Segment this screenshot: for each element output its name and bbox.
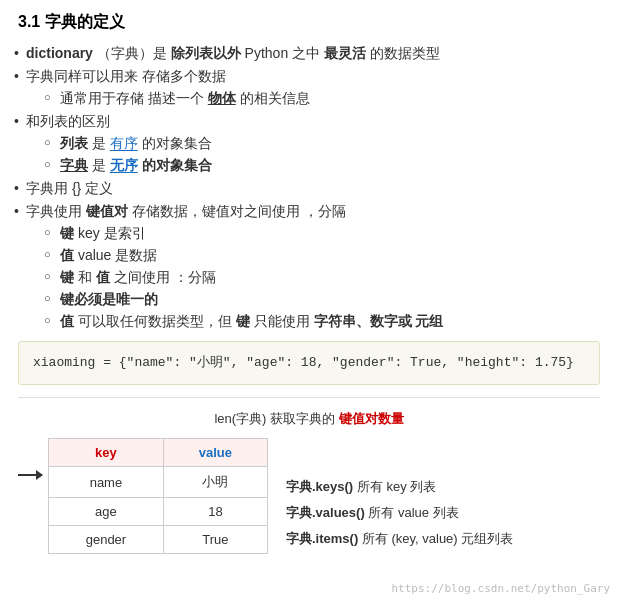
col-key: key <box>49 439 164 467</box>
sub-item-5-1: 键 key 是索引 <box>46 225 600 243</box>
len-section: len(字典) 获取字典的 键值对数量 key value n <box>18 410 600 554</box>
sub-item-5-2: 值 value 是数据 <box>46 247 600 265</box>
cell-age-key: age <box>49 498 164 526</box>
sub-list-2: 通常用于存储 描述一个 物体 的相关信息 <box>46 90 600 108</box>
table-row: name 小明 <box>49 467 268 498</box>
method-items: 字典.items() 所有 (key, value) 元组列表 <box>286 526 513 552</box>
sub-list-5: 键 key 是索引 值 value 是数据 键 和 值 之间使用 ：分隔 键必须… <box>46 225 600 331</box>
len-description: len(字典) 获取字典的 键值对数量 <box>18 410 600 428</box>
code-block: xiaoming = {"name": "小明", "age": 18, "ge… <box>18 341 600 385</box>
section-title: 3.1 字典的定义 <box>18 12 600 33</box>
bullet-4: 字典用 {} 定义 <box>18 180 600 198</box>
table-arrow-container: key value name 小明 age 18 <box>18 438 600 554</box>
bullet-5-text: 字典使用 键值对 存储数据，键值对之间使用 ，分隔 <box>26 203 346 219</box>
sub-list-3: 列表 是 有序 的对象集合 字典 是 无序 的对象集合 <box>46 135 600 175</box>
table-methods: 字典.keys() 所有 key 列表 字典.values() 所有 value… <box>286 438 513 552</box>
table-row: gender True <box>49 526 268 554</box>
arrow-line <box>18 474 42 476</box>
emphasis-kvcount: 键值对数量 <box>339 411 404 426</box>
dict-table: key value name 小明 age 18 <box>48 438 268 554</box>
sub-item-3-2: 字典 是 无序 的对象集合 <box>46 157 600 175</box>
bullet-3-text: 和列表的区别 <box>26 113 110 129</box>
bullet-5: 字典使用 键值对 存储数据，键值对之间使用 ，分隔 键 key 是索引 值 va… <box>18 203 600 331</box>
col-value: value <box>163 439 267 467</box>
keyword-dictionary: dictionary <box>26 45 93 61</box>
table-row: age 18 <box>49 498 268 526</box>
bullet-4-text: 字典用 {} 定义 <box>26 180 113 196</box>
bullet-2-text: 字典同样可以用来 存储多个数据 <box>26 68 226 84</box>
sub-item-2-1: 通常用于存储 描述一个 物体 的相关信息 <box>46 90 600 108</box>
bullet-1: dictionary （字典）是 除列表以外 Python 之中 最灵活 的数据… <box>18 45 600 63</box>
arrow <box>18 438 42 476</box>
cell-age-value: 18 <box>163 498 267 526</box>
emphasis-most-flexible: 最灵活 <box>324 45 366 61</box>
method-values: 字典.values() 所有 value 列表 <box>286 500 513 526</box>
divider <box>18 397 600 398</box>
emphasis-kvpair: 键值对 <box>86 203 128 219</box>
emphasis-object: 物体 <box>208 90 236 106</box>
main-bullet-list: dictionary （字典）是 除列表以外 Python 之中 最灵活 的数据… <box>18 45 600 331</box>
bullet-2: 字典同样可以用来 存储多个数据 通常用于存储 描述一个 物体 的相关信息 <box>18 68 600 108</box>
cell-gender-key: gender <box>49 526 164 554</box>
cell-name-value: 小明 <box>163 467 267 498</box>
emphasis-unordered: 无序 <box>110 157 138 173</box>
cell-name-key: name <box>49 467 164 498</box>
sub-item-5-5: 值 可以取任何数据类型，但 键 只能使用 字符串、数字或 元组 <box>46 313 600 331</box>
bullet-1-text: dictionary （字典）是 除列表以外 Python 之中 最灵活 的数据… <box>26 45 440 61</box>
sub-item-3-1: 列表 是 有序 的对象集合 <box>46 135 600 153</box>
watermark: https://blog.csdn.net/python_Gary <box>391 582 610 595</box>
cell-gender-value: True <box>163 526 267 554</box>
sub-item-5-3: 键 和 值 之间使用 ：分隔 <box>46 269 600 287</box>
emphasis-ordered: 有序 <box>110 135 138 151</box>
bullet-3: 和列表的区别 列表 是 有序 的对象集合 字典 是 无序 的对象集合 <box>18 113 600 175</box>
method-keys: 字典.keys() 所有 key 列表 <box>286 474 513 500</box>
emphasis-except-list: 除列表以外 <box>171 45 241 61</box>
sub-item-5-4: 键必须是唯一的 <box>46 291 600 309</box>
